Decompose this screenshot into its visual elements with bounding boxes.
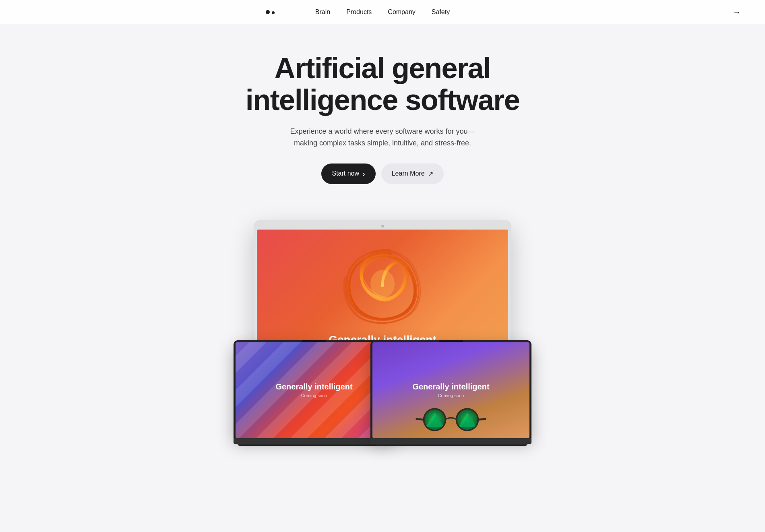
nav-brain[interactable]: Brain	[315, 8, 330, 15]
nav-company[interactable]: Company	[388, 8, 415, 15]
laptop-right-foot	[374, 444, 527, 446]
imac-camera-dot	[381, 225, 384, 228]
start-now-button[interactable]: Start now	[321, 164, 375, 184]
laptops-row: Generally intelligent Coming soon Genera…	[0, 340, 765, 446]
laptop-left-screen: Generally intelligent Coming soon	[236, 342, 393, 438]
laptop-right-screen-wrapper: Generally intelligent Coming soon	[370, 340, 531, 438]
stripes-overlay	[236, 342, 393, 438]
laptop-right-screen: Generally intelligent Coming soon	[372, 342, 529, 438]
svg-point-0	[370, 270, 395, 298]
svg-line-14	[479, 419, 485, 420]
navigation: Brain Products Company Safety →	[0, 0, 765, 24]
hero-subtitle: Experience a world where every software …	[286, 126, 479, 149]
hero-buttons: Start now Learn More	[8, 164, 757, 184]
hero-title: Artificial general intelligence software	[242, 52, 523, 116]
nav-products[interactable]: Products	[346, 8, 372, 15]
learn-more-button[interactable]: Learn More	[381, 164, 444, 184]
laptop-left-foot	[238, 444, 391, 446]
nav-links: Brain Products Company Safety	[315, 8, 450, 16]
laptop-right-title: Generally intelligent	[412, 382, 489, 391]
nav-arrow-icon[interactable]: →	[733, 8, 741, 17]
laptop-right: Generally intelligent Coming soon	[370, 340, 531, 446]
logo[interactable]	[266, 10, 275, 14]
svg-line-13	[417, 419, 423, 420]
swirl-graphic	[338, 242, 427, 330]
devices-section: Generally intelligent Coming soon Genera…	[0, 220, 765, 446]
hero-section: Artificial general intelligence software…	[0, 24, 765, 220]
logo-dot-2	[272, 11, 275, 14]
laptop-right-sub: Coming soon	[438, 393, 464, 398]
sunglasses-graphic	[415, 405, 487, 434]
imac-camera-row	[257, 224, 508, 230]
laptop-right-base	[370, 438, 531, 444]
nav-safety[interactable]: Safety	[432, 8, 450, 15]
logo-dot-1	[266, 10, 270, 14]
